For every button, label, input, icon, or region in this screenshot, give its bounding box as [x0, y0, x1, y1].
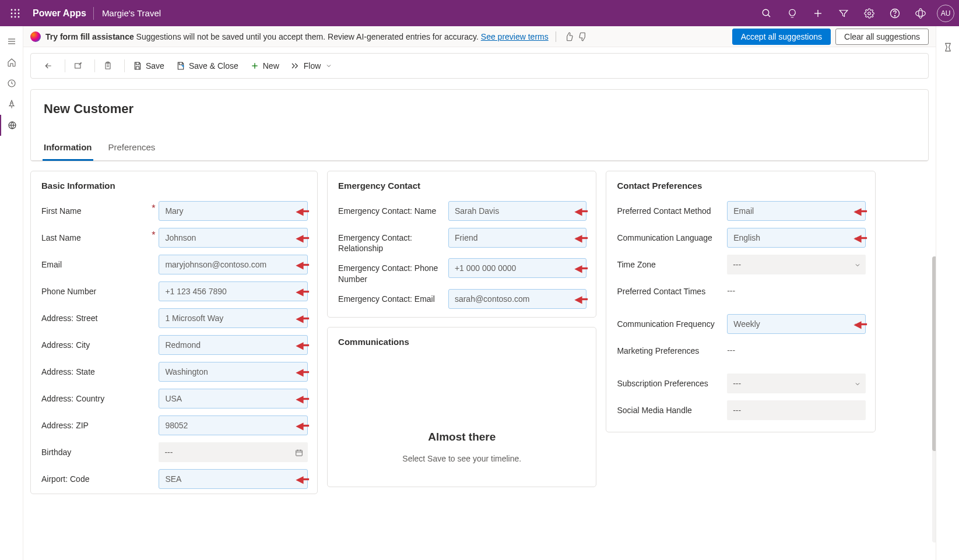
add-icon[interactable] [805, 0, 831, 26]
gear-icon[interactable] [856, 0, 882, 26]
filter-icon[interactable] [831, 0, 856, 26]
idea-icon[interactable] [779, 0, 805, 26]
svg-point-3 [11, 12, 13, 14]
svg-point-2 [18, 9, 20, 10]
svg-point-13 [868, 12, 871, 15]
svg-point-7 [15, 16, 16, 17]
svg-point-5 [18, 12, 20, 14]
svg-point-8 [18, 16, 20, 17]
brand-label: Power Apps [26, 8, 93, 19]
svg-point-4 [15, 12, 16, 14]
svg-line-10 [768, 15, 770, 17]
svg-point-6 [11, 16, 13, 17]
svg-point-15 [894, 15, 895, 16]
svg-point-9 [763, 9, 769, 16]
search-icon[interactable] [754, 0, 779, 26]
svg-point-1 [15, 9, 16, 10]
help-icon[interactable] [882, 0, 908, 26]
app-name-label[interactable]: Margie's Travel [94, 8, 169, 18]
svg-point-16 [916, 10, 926, 16]
assist-icon[interactable] [908, 0, 933, 26]
global-header: Power Apps Margie's Travel AU [0, 0, 959, 26]
app-launcher-icon[interactable] [5, 9, 26, 18]
avatar[interactable]: AU [937, 5, 954, 22]
svg-point-17 [919, 8, 923, 18]
svg-point-0 [11, 9, 13, 10]
